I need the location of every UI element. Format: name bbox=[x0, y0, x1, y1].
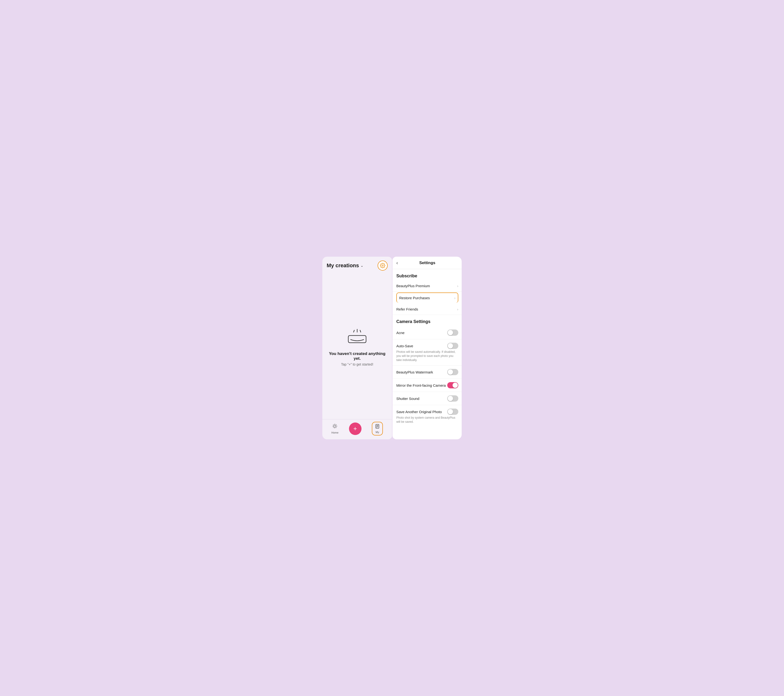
subscribe-section-header: Subscribe bbox=[392, 269, 462, 280]
chevron-right-icon: › bbox=[457, 307, 458, 311]
settings-header: ‹ Settings bbox=[392, 257, 462, 269]
shutter-sound-toggle[interactable] bbox=[447, 395, 458, 402]
left-panel: My creations ⌄ bbox=[322, 257, 392, 439]
toggle-thumb bbox=[448, 396, 453, 401]
empty-tray-icon bbox=[346, 327, 368, 346]
save-original-item[interactable]: Save Another Original Photo Photo shot b… bbox=[392, 405, 462, 427]
mirror-camera-label: Mirror the Front-facing Camera bbox=[396, 383, 446, 388]
auto-save-desc: Photos will be saved automatically. If d… bbox=[396, 350, 458, 362]
toggle-thumb bbox=[453, 383, 458, 388]
plus-icon: + bbox=[353, 425, 357, 432]
toggle-thumb bbox=[448, 330, 453, 335]
nav-item-my[interactable]: My bbox=[372, 422, 383, 435]
auto-save-top-row: Auto-Save bbox=[396, 343, 458, 349]
save-original-desc: Photo shot by system camera and BeautyPl… bbox=[396, 416, 458, 424]
empty-subtitle: Tap "+" to get started! bbox=[341, 363, 373, 366]
auto-save-item[interactable]: Auto-Save Photos will be saved automatic… bbox=[392, 339, 462, 366]
svg-line-3 bbox=[354, 330, 354, 332]
shutter-sound-item[interactable]: Shutter Sound bbox=[392, 392, 462, 405]
nav-item-home[interactable]: Home bbox=[331, 423, 338, 434]
auto-save-label: Auto-Save bbox=[396, 344, 413, 348]
settings-content: Subscribe BeautyPlus Premium › Restore P… bbox=[392, 269, 462, 439]
restore-purchases-item[interactable]: Restore Purchases › bbox=[396, 292, 458, 303]
chevron-down-icon[interactable]: ⌄ bbox=[361, 264, 363, 267]
acne-label: Acne bbox=[396, 331, 405, 335]
watermark-label: BeautyPlus Watermark bbox=[396, 370, 433, 374]
left-header: My creations ⌄ bbox=[322, 257, 392, 274]
save-original-label: Save Another Original Photo bbox=[396, 410, 442, 414]
my-icon bbox=[375, 424, 380, 430]
chevron-right-icon: › bbox=[454, 296, 455, 300]
acne-item[interactable]: Acne bbox=[392, 326, 462, 339]
gear-icon bbox=[380, 263, 385, 268]
toggle-thumb bbox=[448, 409, 453, 414]
beautyplus-premium-item[interactable]: BeautyPlus Premium › bbox=[392, 280, 462, 292]
add-button[interactable]: + bbox=[349, 422, 361, 435]
watermark-toggle[interactable] bbox=[447, 369, 458, 375]
my-label: My bbox=[376, 430, 379, 434]
refer-friends-item[interactable]: Refer Friends › bbox=[392, 304, 462, 315]
save-original-toggle[interactable] bbox=[447, 409, 458, 415]
auto-save-toggle[interactable] bbox=[447, 343, 458, 349]
camera-settings-section-header: Camera Settings bbox=[392, 315, 462, 326]
refer-friends-label: Refer Friends bbox=[396, 307, 418, 311]
toggle-thumb bbox=[448, 369, 453, 375]
watermark-item[interactable]: BeautyPlus Watermark bbox=[392, 366, 462, 379]
mirror-camera-item[interactable]: Mirror the Front-facing Camera bbox=[392, 379, 462, 392]
chevron-right-icon: › bbox=[457, 284, 458, 288]
svg-line-4 bbox=[360, 330, 361, 332]
svg-point-0 bbox=[382, 265, 383, 266]
title-row: My creations ⌄ bbox=[327, 262, 363, 269]
right-panel: ‹ Settings Subscribe BeautyPlus Premium … bbox=[392, 257, 462, 439]
mirror-camera-toggle[interactable] bbox=[447, 382, 458, 388]
back-button[interactable]: ‹ bbox=[396, 260, 398, 266]
page-title: My creations bbox=[327, 262, 359, 269]
acne-toggle[interactable] bbox=[447, 330, 458, 336]
beautyplus-premium-label: BeautyPlus Premium bbox=[396, 284, 430, 288]
save-original-top-row: Save Another Original Photo bbox=[396, 409, 458, 415]
toggle-thumb bbox=[448, 343, 453, 348]
restore-purchases-label: Restore Purchases bbox=[399, 296, 430, 300]
settings-button[interactable] bbox=[377, 261, 388, 270]
home-label: Home bbox=[331, 431, 338, 434]
empty-title: You haven't created anything yet. bbox=[327, 351, 387, 361]
shutter-sound-label: Shutter Sound bbox=[396, 397, 419, 401]
settings-title: Settings bbox=[419, 261, 435, 266]
svg-rect-1 bbox=[348, 335, 366, 343]
svg-point-5 bbox=[334, 425, 336, 427]
home-icon bbox=[332, 423, 338, 430]
bottom-nav: Home + My bbox=[322, 419, 392, 439]
empty-state: You haven't created anything yet. Tap "+… bbox=[322, 274, 392, 419]
